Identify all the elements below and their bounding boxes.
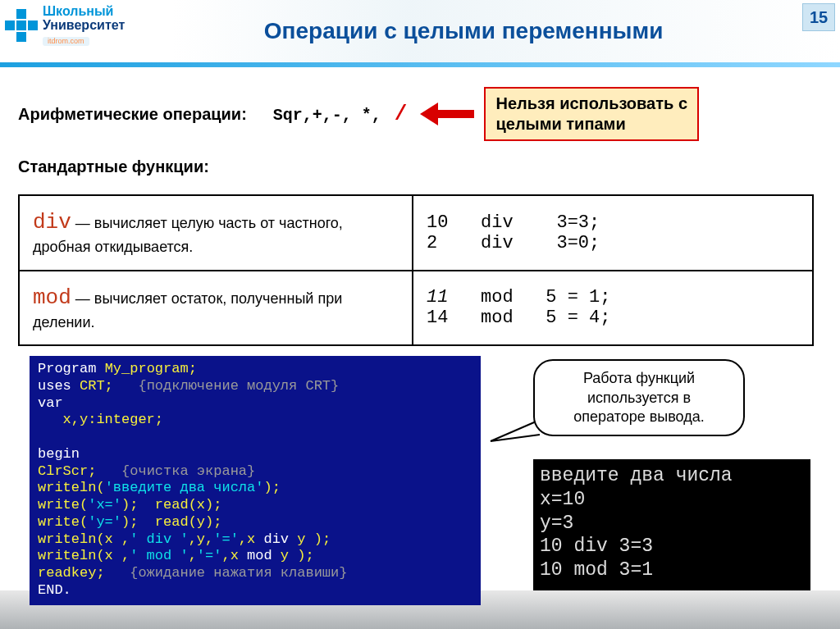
logo-line1: Школьный — [43, 5, 125, 19]
code-listing: Program My_program; uses CRT; {подключен… — [30, 356, 481, 605]
arith-label: Арифметические операции: — [18, 105, 247, 124]
callout-line1: Нельзя использовать с — [495, 93, 687, 114]
console-output: введите два числа x=10 y=3 10 div 3=3 10… — [533, 459, 810, 590]
bubble-l3: операторе вывода. — [546, 408, 732, 426]
header-underline — [0, 62, 840, 67]
div-desc-cell: div — вычисляет целую часть от частного,… — [19, 195, 413, 271]
mod-example-cell: 11 mod 5 = 1; 14 mod 5 = 4; — [413, 271, 813, 346]
slide-content: Арифметические операции: Sqr,+,-, *, / Н… — [0, 66, 840, 600]
callout-warning: Нельзя использовать с целыми типами — [484, 87, 699, 141]
bubble-tail-icon — [482, 417, 540, 449]
logo-icon — [5, 9, 38, 42]
table-row: mod — вычисляет остаток, полученный при … — [19, 271, 813, 346]
page-number-badge: 15 — [802, 3, 835, 31]
logo: Школьный Университет itdrom.com — [0, 0, 125, 46]
slide-header: Школьный Университет itdrom.com Операции… — [0, 0, 840, 66]
ops-slash: / — [391, 102, 411, 126]
mod-ex-italic: 11 — [427, 287, 448, 308]
logo-link: itdrom.com — [43, 37, 89, 46]
bubble-l2: используется в — [546, 389, 732, 408]
bubble-l1: Работа функций — [546, 369, 732, 388]
ops-prefix: Sqr,+,-, *, — [273, 106, 391, 125]
stdfunc-label: Стандартные функции: — [18, 157, 822, 176]
func-table: div — вычисляет целую часть от частного,… — [18, 194, 814, 346]
logo-text: Школьный Университет itdrom.com — [43, 5, 125, 46]
speech-bubble: Работа функций используется в операторе … — [533, 359, 745, 436]
div-example-cell: 10 div 3=3; 2 div 3=0; — [413, 195, 813, 271]
div-keyword: div — [33, 210, 71, 235]
arith-row: Арифметические операции: Sqr,+,-, *, / Н… — [18, 87, 822, 141]
table-row: div — вычисляет целую часть от частного,… — [19, 195, 813, 271]
lower-area: Program My_program; uses CRT; {подключен… — [18, 354, 822, 600]
arrow-left-icon — [420, 103, 474, 125]
logo-line2: Университет — [43, 19, 125, 33]
arith-ops: Sqr,+,-, *, / — [273, 102, 411, 126]
mod-desc-cell: mod — вычисляет остаток, полученный при … — [19, 271, 413, 346]
mod-desc: — вычисляет остаток, полученный при деле… — [33, 290, 342, 330]
page-title: Операции с целыми переменными — [125, 0, 802, 44]
mod-keyword: mod — [33, 285, 71, 310]
div-desc: — вычисляет целую часть от частного, дро… — [33, 215, 343, 255]
callout-line2: целыми типами — [495, 114, 687, 134]
